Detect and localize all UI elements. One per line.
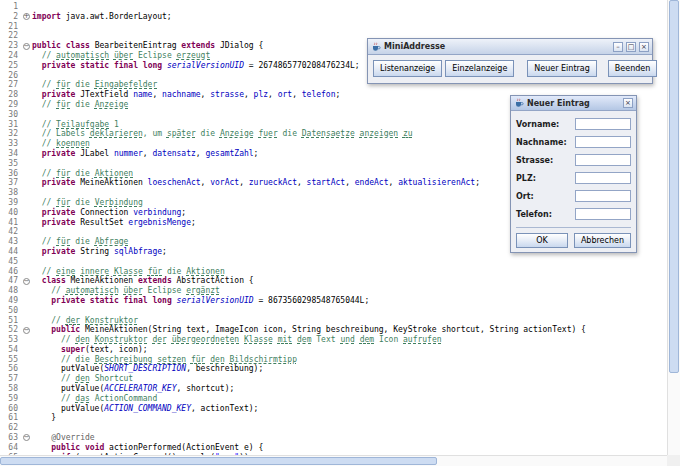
code-line[interactable]: 1 (0, 2, 667, 12)
code-line[interactable]: 53 // den Konstruktor der übergeordneten… (0, 335, 667, 345)
strasse-input[interactable] (575, 154, 631, 166)
code-line[interactable]: 45 (0, 257, 667, 267)
code-segment: ; (162, 247, 167, 256)
code-segment: (text, icon); (85, 345, 148, 354)
beenden-button[interactable]: Beenden (608, 60, 657, 77)
horizontal-scrollbar[interactable] (0, 455, 680, 466)
miniaddresse-titlebar[interactable]: MiniAddresse – □ × (368, 39, 652, 55)
code-line[interactable]: 2+import java.awt.BorderLayout; (0, 12, 667, 22)
form-row-nachname: Nachname: (516, 133, 631, 151)
code-line-text: // den Shortcut (32, 374, 133, 384)
code-line[interactable]: 56 putValue(SHORT_DESCRIPTION, beschreib… (0, 364, 667, 374)
code-segment: Konstruktor (95, 335, 148, 344)
ok-button[interactable]: OK (516, 233, 568, 248)
vorname-input[interactable] (575, 118, 631, 130)
code-line[interactable]: 49 private static final long serialVersi… (0, 296, 667, 306)
code-segment: , (152, 90, 162, 99)
code-segment: für (56, 100, 70, 109)
minimize-button[interactable]: – (613, 42, 623, 52)
abbrechen-button[interactable]: Abbrechen (574, 233, 631, 248)
telefon-input[interactable] (575, 208, 631, 220)
code-line[interactable]: 54 super(text, icon); (0, 345, 667, 355)
code-segment: // (42, 51, 56, 60)
code-segment: , (292, 90, 302, 99)
plz-input[interactable] (575, 172, 631, 184)
code-line[interactable]: 58 putValue(ACCELERATOR_KEY, shortcut); (0, 384, 667, 394)
eclipse-java-editor-screen: 12+import java.awt.BorderLayout;212223−p… (0, 0, 680, 466)
code-line-text: public class BearbeitenEintrag extends J… (32, 41, 263, 51)
code-segment (32, 149, 42, 158)
maximize-button[interactable]: □ (626, 42, 636, 52)
line-number: 50 (0, 306, 20, 316)
line-number: 28 (0, 90, 20, 100)
line-number: 55 (0, 355, 20, 365)
neuer-eintrag-titlebar[interactable]: Neuer Eintrag × (511, 96, 636, 111)
code-segment: Konstruktor (85, 316, 138, 325)
code-segment (32, 296, 51, 305)
close-button[interactable]: × (623, 98, 633, 108)
code-segment: später (167, 129, 196, 138)
listenanzeige-button[interactable]: Listenanzeige (373, 60, 442, 77)
code-line[interactable]: 57 // den Shortcut (0, 374, 667, 384)
vertical-scrollbar-thumb[interactable] (669, 0, 679, 373)
code-segment: loeschenAct (148, 178, 201, 187)
code-segment: long (143, 61, 162, 70)
code-line[interactable]: 21 (0, 22, 667, 32)
code-segment (32, 286, 51, 295)
close-button[interactable]: × (639, 42, 649, 52)
code-line[interactable]: 47− class MeineAktionen extends Abstract… (0, 276, 667, 286)
code-segment: für (56, 198, 70, 207)
code-segment: MeineAktionen (75, 178, 147, 187)
code-segment: setzen (157, 355, 186, 364)
ort-input[interactable] (575, 190, 631, 202)
code-line-text: private Connection verbindung; (32, 208, 186, 218)
code-line-text: import java.awt.BorderLayout; (32, 12, 172, 22)
code-line[interactable]: 64 public void actionPerformed(ActionEve… (0, 443, 667, 453)
code-line[interactable]: 48 // automatisch über Eclipse ergänzt (0, 286, 667, 296)
code-segment: putValue( (32, 384, 104, 393)
code-segment (32, 51, 42, 60)
code-line[interactable]: 50 (0, 306, 667, 316)
code-segment (32, 80, 42, 89)
code-line[interactable]: 55 // die Beschreibung setzen für den Bi… (0, 355, 667, 365)
code-line-text: // koennen (32, 139, 90, 149)
code-line-text: // den Konstruktor der übergeordneten Kl… (32, 335, 442, 345)
code-segment: Verbindung (95, 198, 143, 207)
code-segment: , (239, 178, 249, 187)
neuer-eintrag-button[interactable]: Neuer Eintrag (527, 60, 596, 77)
code-segment: den (75, 374, 89, 383)
line-number: 64 (0, 443, 20, 453)
code-line-text: // für die Anzeige (32, 100, 128, 110)
fold-collapse-icon[interactable]: − (23, 43, 30, 50)
code-segment: ort (278, 90, 292, 99)
fold-collapse-icon[interactable]: − (23, 327, 30, 334)
miniaddresse-toolbar: Listenanzeige Einzelanzeige Neuer Eintra… (368, 55, 652, 83)
strasse-label: Strasse: (516, 156, 553, 165)
line-number: 57 (0, 374, 20, 384)
code-line[interactable]: 63− @Override (0, 433, 667, 443)
code-line[interactable]: 51 // der Konstruktor (0, 316, 667, 326)
code-line[interactable]: 46 // eine innere Klasse für die Aktione… (0, 267, 667, 277)
vertical-scrollbar[interactable] (667, 0, 680, 455)
code-segment: aktualisierenAct (398, 178, 475, 187)
nachname-input[interactable] (575, 136, 631, 148)
code-segment: MeineAktionen(String text, ImageIcon ico… (80, 325, 586, 334)
code-line-text: // automatisch über Eclipse erzeugt (32, 51, 210, 61)
fold-expand-icon[interactable]: + (23, 13, 30, 20)
code-segment (32, 443, 51, 452)
horizontal-scrollbar-thumb[interactable] (0, 457, 437, 465)
code-line[interactable]: 61 } (0, 413, 667, 423)
code-line[interactable]: 59 // das ActionCommand (0, 394, 667, 404)
code-segment: , beschreibung); (186, 364, 263, 373)
code-segment (32, 61, 42, 70)
fold-collapse-icon[interactable]: − (23, 278, 30, 285)
einzelanzeige-button[interactable]: Einzelanzeige (445, 60, 514, 77)
code-segment: private (42, 247, 76, 256)
code-segment: datensatz (152, 149, 195, 158)
line-number: 41 (0, 218, 20, 228)
line-number: 26 (0, 71, 20, 81)
code-line[interactable]: 60 putValue(ACTION_COMMAND_KEY, actionTe… (0, 404, 667, 414)
fold-collapse-icon[interactable]: − (23, 434, 30, 441)
code-line[interactable]: 62 (0, 423, 667, 433)
code-line[interactable]: 52− public MeineAktionen(String text, Im… (0, 325, 667, 335)
